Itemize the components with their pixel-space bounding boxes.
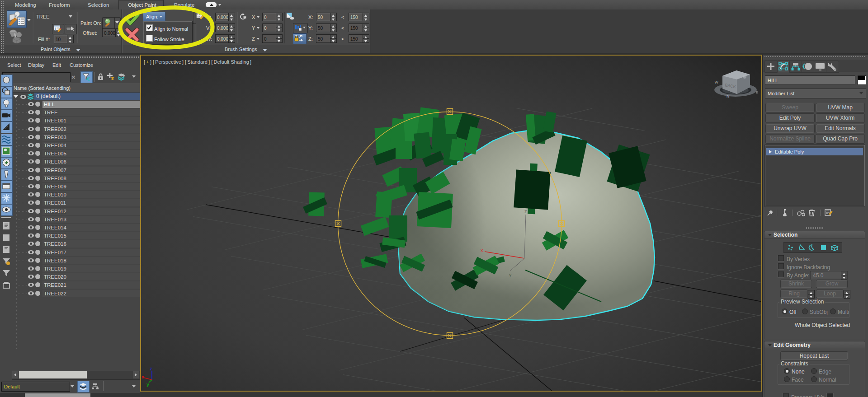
svg-text:x: x bbox=[142, 374, 145, 379]
svg-text:y: y bbox=[146, 382, 150, 387]
svg-text:E: E bbox=[756, 90, 758, 94]
svg-text:x: x bbox=[481, 248, 483, 253]
svg-text:N: N bbox=[726, 94, 730, 98]
svg-text:W: W bbox=[715, 80, 718, 84]
svg-text:z: z bbox=[150, 366, 152, 371]
svg-text:y: y bbox=[509, 272, 512, 277]
svg-text:z: z bbox=[524, 209, 527, 214]
